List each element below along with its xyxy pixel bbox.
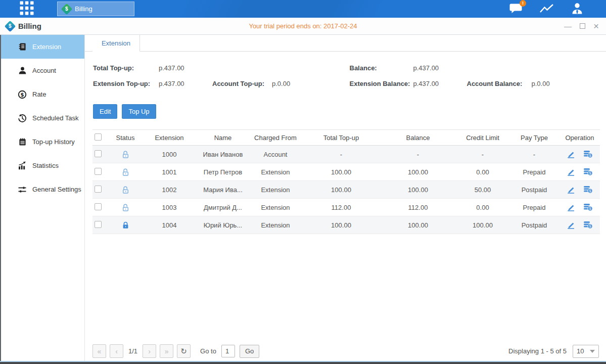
cell-total-topup: - (303, 151, 380, 158)
sidebar-item-statistics[interactable]: Statistics (1, 154, 84, 177)
topup-row-icon[interactable]: $ (583, 150, 593, 158)
page-indicator: 1/1 (128, 347, 137, 355)
cell-credit-limit: 0.00 (456, 168, 509, 176)
sidebar-item-extension[interactable]: Extension (1, 35, 84, 59)
row-checkbox[interactable] (95, 168, 102, 175)
sidebar-item-label: Statistics (32, 162, 59, 169)
maximize-button[interactable] (580, 23, 585, 29)
extension-balance-label: Extension Balance: (350, 80, 413, 87)
sidebar-item-account[interactable]: Account (1, 59, 84, 82)
cell-extension: 1004 (141, 221, 198, 229)
prev-page-button[interactable]: ‹ (110, 344, 123, 358)
edit-row-icon[interactable] (567, 221, 575, 229)
grid-icon (18, 0, 35, 18)
cell-pay-type: - (509, 151, 560, 158)
close-button[interactable]: × (593, 21, 599, 31)
cell-total-topup: 100.00 (303, 221, 380, 229)
top-app-bar: $ Billing ! (0, 0, 606, 18)
edit-button[interactable]: Edit (93, 104, 117, 119)
open-app-tab-billing[interactable]: $ Billing (57, 2, 134, 16)
topup-row-icon[interactable]: $ (583, 186, 593, 194)
cell-name: Дмитрий Д... (198, 204, 248, 211)
reports-button[interactable] (539, 3, 554, 15)
account-topup-label: Account Top-up: (212, 80, 272, 87)
row-checkbox[interactable] (95, 150, 102, 157)
row-checkbox[interactable] (95, 203, 102, 210)
col-header-name: Name (198, 134, 248, 142)
displaying-count: Displaying 1 - 5 of 5 (508, 347, 567, 355)
extension-table: Status Extension Name Charged From Total… (92, 129, 600, 234)
topup-row-icon[interactable]: $ (583, 168, 593, 176)
sidebar-item-scheduled-task[interactable]: Scheduled Task (1, 106, 84, 130)
page-size-select[interactable]: 10 (573, 345, 599, 358)
svg-text:$: $ (589, 206, 591, 211)
locked-icon (122, 221, 129, 229)
select-all-checkbox[interactable] (95, 133, 102, 141)
cell-charged-from: Extension (248, 204, 303, 211)
col-header-extension: Extension (141, 134, 198, 142)
cell-pay-type: Postpaid (509, 186, 560, 194)
topup-row-icon[interactable]: $ (583, 221, 593, 229)
cell-charged-from: Extension (248, 221, 303, 229)
edit-row-icon[interactable] (567, 151, 575, 158)
maximize-icon (580, 23, 585, 29)
unlocked-icon (122, 168, 129, 176)
go-button[interactable]: Go (240, 345, 259, 358)
edit-row-icon[interactable] (567, 168, 575, 176)
sidebar-item-label: General Settings (32, 186, 81, 193)
last-page-button[interactable]: » (160, 344, 173, 358)
next-page-button[interactable]: › (143, 344, 156, 358)
balance-value: p.437.00 (413, 64, 439, 72)
table-actions: Edit Top Up (85, 92, 606, 119)
account-balance-label: Account Balance: (467, 80, 532, 87)
first-page-button[interactable]: « (92, 344, 106, 358)
account-balance-value: p.0.00 (532, 80, 550, 87)
cell-charged-from: Extension (248, 168, 303, 176)
total-topup-value: p.437.00 (159, 64, 184, 72)
cell-total-topup: 100.00 (303, 186, 380, 194)
edit-row-icon[interactable] (567, 204, 575, 211)
main-panel: Extension Total Top-up: p.437.00 Extensi… (85, 35, 606, 361)
col-header-pay-type: Pay Type (509, 134, 560, 142)
clock-history-icon (18, 114, 27, 123)
extension-topup-label: Extension Top-up: (93, 80, 159, 87)
user-account-button[interactable] (571, 3, 583, 16)
sidebar-item-general-settings[interactable]: General Settings (1, 177, 84, 201)
account-icon (18, 66, 27, 75)
sidebar-item-topup-history[interactable]: Top-up History (1, 130, 84, 154)
cell-balance: 100.00 (380, 168, 456, 176)
table-row: 1002 Мария Ива... Extension 100.00 100.0… (92, 181, 600, 199)
app-grid-menu-button[interactable] (18, 0, 36, 18)
unlocked-icon (122, 186, 129, 194)
topup-row-icon[interactable]: $ (583, 203, 593, 211)
col-header-credit-limit: Credit Limit (456, 134, 509, 142)
edit-row-icon[interactable] (567, 186, 575, 194)
col-header-status: Status (110, 134, 141, 142)
topup-history-icon (18, 138, 27, 146)
minimize-button[interactable]: — (564, 22, 572, 30)
cell-name: Мария Ива... (198, 186, 248, 194)
cell-pay-type: Prepaid (509, 168, 560, 176)
row-checkbox[interactable] (95, 186, 102, 193)
chevron-down-icon (590, 350, 595, 353)
refresh-button[interactable]: ↻ (177, 344, 191, 358)
cell-extension: 1000 (141, 151, 198, 158)
pagination-bar: « ‹ 1/1 › » ↻ Go to Go Displaying 1 - 5 … (85, 344, 606, 358)
window-controls: — × (564, 21, 599, 31)
cell-pay-type: Prepaid (509, 204, 560, 211)
unlocked-icon (122, 203, 129, 211)
tab-extension[interactable]: Extension (92, 35, 140, 52)
goto-page-input[interactable] (221, 345, 235, 357)
sidebar-menu: Extension Account $ Rate (1, 35, 85, 361)
notifications-button[interactable]: ! (509, 3, 522, 15)
billing-app-icon: $ (5, 20, 16, 32)
top-up-button[interactable]: Top Up (122, 104, 156, 119)
account-topup-value: p.0.00 (272, 80, 290, 87)
cell-name: Юрий Юрь... (198, 221, 248, 229)
table-row: 1003 Дмитрий Д... Extension 112.00 112.0… (92, 199, 600, 216)
row-checkbox[interactable] (95, 221, 102, 228)
sidebar-item-rate[interactable]: $ Rate (1, 82, 84, 106)
cell-extension: 1001 (141, 168, 198, 176)
cell-charged-from: Account (248, 151, 303, 158)
table-header-row: Status Extension Name Charged From Total… (92, 129, 600, 146)
